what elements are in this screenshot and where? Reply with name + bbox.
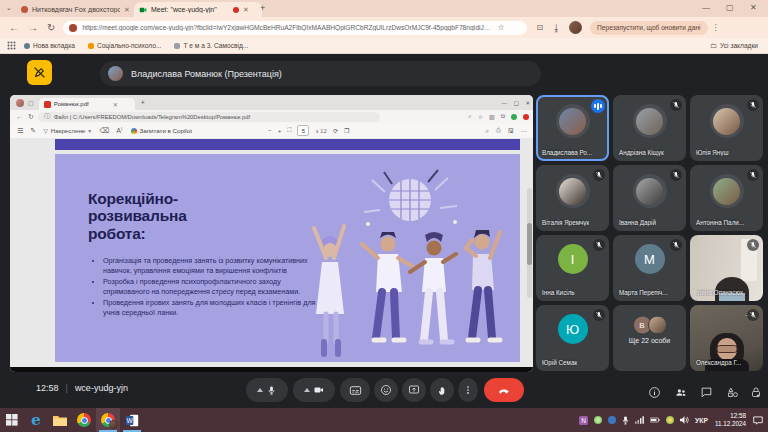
- print-icon[interactable]: ⎙: [496, 127, 501, 134]
- captions-button[interactable]: [340, 378, 370, 402]
- action-center-icon[interactable]: [753, 416, 763, 425]
- edge-extension-icon[interactable]: [511, 114, 517, 120]
- language-indicator[interactable]: УКР: [695, 417, 708, 424]
- network-icon[interactable]: [635, 416, 644, 424]
- taskbar-edge[interactable]: e: [24, 408, 48, 432]
- back-icon[interactable]: ←: [9, 22, 19, 33]
- edge-favorites-icon[interactable]: ☆: [478, 113, 483, 120]
- rotate-icon[interactable]: ⟳: [333, 127, 338, 134]
- restart-to-update-button[interactable]: Перезапустити, щоб оновити дані: [590, 21, 707, 35]
- site-info-icon[interactable]: [69, 24, 77, 32]
- window-close-button[interactable]: ✕: [750, 3, 757, 12]
- bookmark-item[interactable]: Соціально-психоло...: [88, 42, 162, 49]
- camera-button[interactable]: [293, 378, 335, 402]
- profile-avatar[interactable]: [569, 21, 582, 34]
- edge-search-icon[interactable]: ⌕: [468, 113, 471, 120]
- participant-tile[interactable]: Антоніна Пали...: [690, 165, 763, 231]
- tray-mic-icon[interactable]: [622, 416, 629, 425]
- participants-button[interactable]: [674, 386, 688, 399]
- reload-icon[interactable]: ↻: [47, 22, 55, 33]
- participant-tile[interactable]: Юлія Януш: [690, 95, 763, 161]
- pdf-search-icon[interactable]: ⌕: [486, 127, 489, 135]
- participant-tile[interactable]: Андріана Кіщук: [613, 95, 686, 161]
- end-call-button[interactable]: [484, 378, 524, 402]
- participant-tile[interactable]: ІІнна Кисіль: [536, 235, 609, 301]
- draw-icon[interactable]: ✎: [30, 127, 36, 135]
- edge-collections-icon[interactable]: ▥: [489, 113, 495, 120]
- tab-groups-icon[interactable]: ⊡: [536, 23, 543, 32]
- edge-minimize-button[interactable]: —: [502, 100, 508, 106]
- erase-icon[interactable]: ⌫: [99, 127, 109, 135]
- fit-page-icon[interactable]: ⛶: [287, 127, 291, 134]
- bluetooth-icon[interactable]: [608, 416, 616, 424]
- chrome-menu-icon[interactable]: ⋮: [712, 23, 720, 32]
- reactions-button[interactable]: [374, 378, 398, 402]
- camera-options-chevron-icon[interactable]: [304, 388, 310, 392]
- taskbar-explorer[interactable]: [48, 408, 72, 432]
- battery-icon[interactable]: [650, 417, 660, 423]
- present-screen-button[interactable]: [402, 378, 426, 402]
- page-view-icon[interactable]: ❐: [344, 127, 349, 134]
- meeting-details-button[interactable]: [648, 386, 661, 399]
- edge-back-icon[interactable]: ←: [16, 113, 23, 120]
- participant-tile[interactable]: Віталія Яремчук: [536, 165, 609, 231]
- participant-tile[interactable]: ММарта Перепіч...: [613, 235, 686, 301]
- edge-browser-essentials-icon[interactable]: [523, 114, 529, 120]
- volume-icon[interactable]: [680, 416, 689, 424]
- edge-split-icon[interactable]: ⧉: [501, 113, 505, 120]
- clock[interactable]: 12:58 11.12.2024: [715, 412, 746, 428]
- bookmark-item[interactable]: Т е м а 3. Самосвід...: [174, 42, 248, 49]
- edge-reload-icon[interactable]: ↻: [28, 113, 34, 121]
- taskbar-word[interactable]: W: [120, 408, 144, 432]
- participant-tile[interactable]: Владислава Ро...: [536, 95, 609, 161]
- tab1-close-icon[interactable]: ✕: [124, 6, 130, 13]
- toc-icon[interactable]: ☰: [17, 127, 23, 135]
- participant-tile[interactable]: Олександра Г...: [690, 305, 763, 371]
- bookmark-item[interactable]: Нова вкладка: [24, 42, 75, 49]
- participant-tile[interactable]: ЮЮрій Семак: [536, 305, 609, 371]
- highlight-icon[interactable]: ▽: [43, 127, 48, 134]
- microphone-button[interactable]: [246, 378, 288, 402]
- all-bookmarks-button[interactable]: 🗀 Усі закладки: [710, 42, 758, 49]
- page-number-input[interactable]: 5: [297, 125, 309, 136]
- apps-grid-icon[interactable]: [7, 41, 16, 50]
- draw-label[interactable]: Накреслене: [51, 127, 86, 134]
- edge-maximize-button[interactable]: ▢: [514, 100, 519, 106]
- address-bar[interactable]: https://meet.google.com/wce-yudg-yjn?fbc…: [63, 21, 527, 35]
- zoom-out-icon[interactable]: −: [268, 127, 272, 134]
- edge-profile-icon[interactable]: [16, 99, 24, 107]
- bookmark-star-icon[interactable]: ☆: [497, 23, 504, 32]
- participant-tile[interactable]: ВЩе 22 особи: [613, 305, 686, 371]
- tab-actions-icon[interactable]: ▢: [28, 99, 34, 106]
- antivirus-icon[interactable]: [666, 416, 674, 424]
- start-button[interactable]: [0, 408, 24, 432]
- pdf-scrollbar[interactable]: [527, 188, 532, 298]
- annotation-off-button[interactable]: [27, 60, 52, 85]
- participant-tile[interactable]: Ірина Опанасюк: [690, 235, 763, 301]
- taskbar-chrome-profile[interactable]: [96, 408, 120, 432]
- save-icon[interactable]: 🖫: [508, 128, 514, 134]
- copilot-button[interactable]: Запитати в Copilot: [131, 127, 192, 134]
- tab-search-caret-icon[interactable]: ⌄: [6, 4, 12, 12]
- read-aloud-icon[interactable]: A⁾: [116, 127, 122, 135]
- chat-button[interactable]: [700, 386, 713, 399]
- window-maximize-button[interactable]: ▢: [726, 3, 734, 12]
- onenote-tray-icon[interactable]: N: [579, 416, 588, 425]
- download-icon[interactable]: ⭳: [552, 23, 561, 33]
- app-tray-icon[interactable]: [594, 416, 602, 424]
- window-minimize-button[interactable]: —: [702, 3, 710, 12]
- tab2-close-icon[interactable]: ✕: [243, 6, 249, 13]
- new-tab-button[interactable]: +: [260, 3, 265, 13]
- forward-icon[interactable]: →: [28, 22, 38, 33]
- edge-new-tab-button[interactable]: +: [141, 99, 145, 106]
- taskbar-chrome[interactable]: [72, 408, 96, 432]
- browser-tab-meet[interactable]: Meet: "wce-yudg-yjn" ✕: [134, 2, 262, 17]
- host-controls-button[interactable]: [750, 386, 762, 399]
- activities-button[interactable]: [726, 386, 740, 399]
- browser-tab-1[interactable]: Нитковдягач Fox двохсторон... ✕: [16, 2, 142, 17]
- raise-hand-button[interactable]: [430, 378, 454, 402]
- more-options-button[interactable]: [458, 378, 478, 402]
- zoom-in-icon[interactable]: +: [278, 127, 282, 134]
- participant-tile[interactable]: Іванна Дарій: [613, 165, 686, 231]
- pdf-more-icon[interactable]: ⋯: [521, 127, 527, 134]
